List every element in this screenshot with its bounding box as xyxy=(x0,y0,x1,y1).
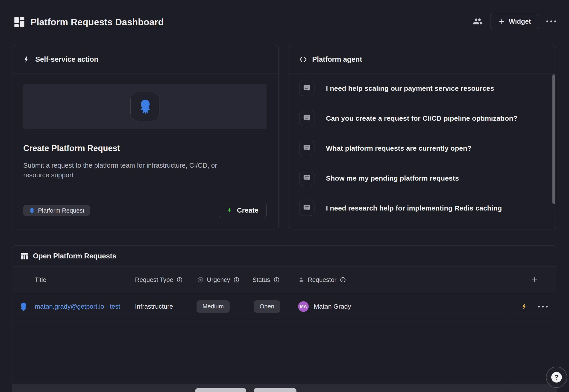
create-button-label: Create xyxy=(237,206,258,214)
plus-icon xyxy=(498,18,505,25)
agent-suggestion-text: I need help scaling our payment service … xyxy=(326,84,494,92)
self-service-card-header: Self-service action xyxy=(12,45,279,73)
plus-icon xyxy=(531,276,538,283)
add-widget-label: Widget xyxy=(509,18,531,25)
platform-agent-card-title: Platform agent xyxy=(312,55,362,64)
page-header: Platform Requests Dashboard Widget xyxy=(0,0,569,32)
action-hero xyxy=(23,84,267,129)
people-icon xyxy=(473,16,483,27)
chat-bubble-button[interactable] xyxy=(299,81,314,96)
viewers-button[interactable] xyxy=(473,16,483,27)
action-logo-tile xyxy=(130,92,159,121)
open-requests-table-card: Open Platform Requests Title Request Typ… xyxy=(12,246,557,392)
chat-bubble-icon xyxy=(303,114,311,122)
agent-card-divider xyxy=(288,223,556,223)
column-header-urgency[interactable]: Urgency xyxy=(197,276,240,283)
chat-bubble-button[interactable] xyxy=(299,201,314,216)
port-octopus-icon xyxy=(29,208,35,213)
column-header-requestor[interactable]: Requestor xyxy=(298,276,346,283)
info-icon[interactable] xyxy=(233,277,240,283)
help-button[interactable]: ? xyxy=(546,367,567,388)
request-title-link[interactable]: matan.grady@getport.io - test xyxy=(35,303,120,310)
action-title: Create Platform Request xyxy=(23,143,120,153)
code-brackets-icon xyxy=(299,56,307,63)
chat-bubble-button[interactable] xyxy=(299,111,314,126)
agent-suggestion[interactable]: What platform requests are currently ope… xyxy=(299,133,540,163)
run-action-button[interactable] xyxy=(521,303,528,310)
chat-bubble-icon xyxy=(303,144,311,152)
agent-suggestion[interactable]: Can you create a request for CI/CD pipel… xyxy=(299,103,540,133)
agent-scrollbar-thumb[interactable] xyxy=(552,74,555,204)
chat-bubble-button[interactable] xyxy=(299,171,314,186)
chat-bubble-icon xyxy=(303,84,311,92)
request-type-value: Infrastructure xyxy=(135,303,173,310)
agent-suggestion[interactable]: I need help scaling our payment service … xyxy=(299,73,540,103)
urgency-badge: Medium xyxy=(197,300,230,313)
lightning-icon xyxy=(227,207,233,214)
pinned-column-divider xyxy=(512,266,512,384)
agent-suggestion[interactable]: I need research help for implementing Re… xyxy=(299,193,540,223)
table-row[interactable]: matan.grady@getport.io - test Infrastruc… xyxy=(12,293,557,320)
page-title: Platform Requests Dashboard xyxy=(30,17,164,28)
footer-skeleton-pill xyxy=(195,388,246,392)
question-mark-icon: ? xyxy=(551,372,562,383)
platform-agent-card-header: Platform agent xyxy=(288,45,556,73)
chat-bubble-icon xyxy=(303,174,311,182)
requestor-name: Matan Grady xyxy=(314,303,351,310)
agent-suggestion-text: Show me my pending platform requests xyxy=(326,174,459,182)
platform-agent-card: Platform agent I need help scaling our p… xyxy=(288,45,556,229)
platform-request-chip[interactable]: Platform Request xyxy=(23,205,90,216)
info-icon[interactable] xyxy=(176,277,183,283)
chat-bubble-button[interactable] xyxy=(299,141,314,156)
create-button[interactable]: Create xyxy=(219,203,267,218)
agent-suggestion-text: What platform requests are currently ope… xyxy=(326,144,471,152)
lightning-icon xyxy=(521,303,528,310)
table-footer xyxy=(12,384,557,392)
chat-bubble-icon xyxy=(303,204,311,212)
lightning-icon xyxy=(23,56,30,63)
table-icon xyxy=(20,252,29,261)
column-header-request-type[interactable]: Request Type xyxy=(135,276,183,283)
port-octopus-icon xyxy=(19,302,28,311)
self-service-card-title: Self-service action xyxy=(35,55,98,64)
status-badge: Open xyxy=(254,300,280,313)
radio-icon xyxy=(197,277,204,283)
info-icon[interactable] xyxy=(273,277,280,283)
table-card-header: Open Platform Requests xyxy=(12,246,557,266)
platform-request-chip-label: Platform Request xyxy=(38,207,84,214)
add-widget-button[interactable]: Widget xyxy=(490,14,539,29)
add-column-button[interactable] xyxy=(526,273,543,287)
action-description: Submit a request to the platform team fo… xyxy=(23,161,244,180)
dashboard-icon xyxy=(13,16,25,28)
table-card-title: Open Platform Requests xyxy=(33,252,116,260)
agent-suggestion-text: Can you create a request for CI/CD pipel… xyxy=(326,114,518,122)
column-header-title[interactable]: Title xyxy=(35,276,46,283)
row-menu-button[interactable] xyxy=(538,306,548,308)
self-service-card: Self-service action Create Platform Requ… xyxy=(12,45,279,229)
agent-suggestion-text: I need research help for implementing Re… xyxy=(326,204,502,212)
info-icon[interactable] xyxy=(340,277,346,283)
column-header-status[interactable]: Status xyxy=(253,276,280,283)
footer-skeleton-pill xyxy=(254,388,297,392)
port-octopus-icon xyxy=(137,98,153,114)
user-icon xyxy=(298,277,305,283)
table-header-row: Title Request Type Urgency xyxy=(12,266,557,293)
requestor-avatar: MA xyxy=(298,301,309,312)
agent-suggestion[interactable]: Show me my pending platform requests xyxy=(299,163,540,193)
page-menu-button[interactable] xyxy=(546,20,556,22)
